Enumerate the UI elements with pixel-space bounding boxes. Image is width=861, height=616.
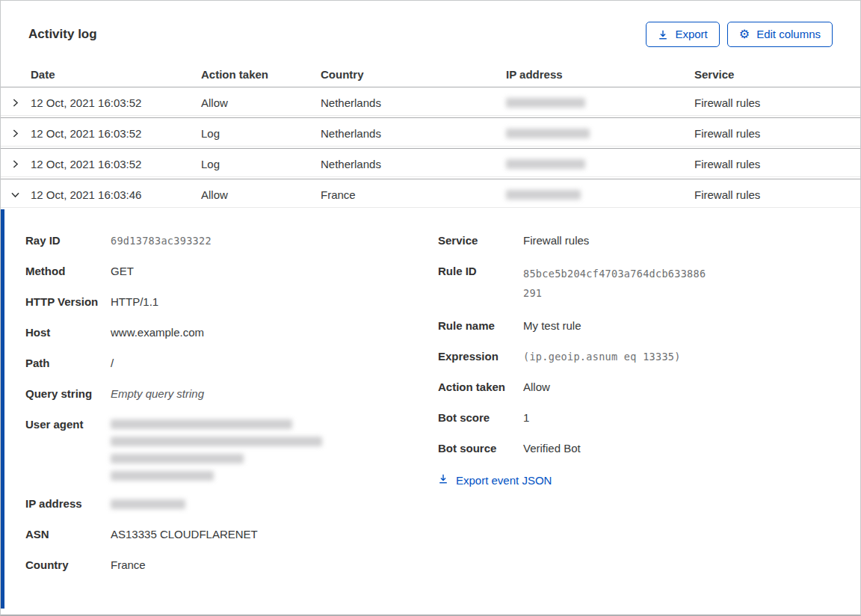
cell-service: Firewall rules (694, 96, 860, 109)
field-bot-score: Bot score 1 (438, 410, 845, 425)
header-actions: Export ⚙ Edit columns (646, 22, 833, 47)
field-country: Country France (25, 558, 413, 573)
cell-country: Netherlands (321, 127, 506, 140)
cell-country: Netherlands (321, 158, 506, 170)
field-user-agent: User agent (25, 417, 413, 481)
activity-log-panel: Activity log Export ⚙ Edit columns Date (0, 0, 861, 616)
download-icon (658, 29, 668, 40)
activity-log-table: Date Action taken Country IP address Ser… (1, 62, 860, 609)
export-event-json-label: Export event JSON (456, 474, 552, 487)
redacted-ip-value (506, 190, 581, 200)
expand-chevron-right-icon[interactable] (7, 95, 23, 111)
cell-date: 12 Oct, 2021 16:03:46 (29, 188, 201, 201)
column-header-ip-address: IP address (506, 68, 694, 81)
detail-right-column: Service Firewall rules Rule ID 85bce5b20… (438, 233, 845, 588)
cell-date: 12 Oct, 2021 16:03:52 (29, 96, 201, 109)
export-event-json-link[interactable]: Export event JSON (438, 473, 552, 487)
export-button[interactable]: Export (646, 22, 719, 47)
table-row[interactable]: 12 Oct, 2021 16:03:52 Log Netherlands Fi… (1, 148, 860, 179)
column-header-service: Service (694, 68, 860, 81)
field-path: Path / (25, 356, 413, 371)
field-expression: Expression (ip.geoip.asnum eq 13335) (438, 349, 845, 364)
table-row[interactable]: 12 Oct, 2021 16:03:52 Allow Netherlands … (1, 87, 860, 118)
redacted-ip-value (506, 98, 585, 108)
field-query-string: Query string Empty query string (25, 386, 413, 401)
cell-service: Firewall rules (694, 127, 860, 140)
page-title: Activity log (28, 27, 97, 42)
cell-action-taken: Allow (201, 188, 321, 201)
cell-service: Firewall rules (694, 188, 860, 201)
cell-action-taken: Log (201, 158, 321, 170)
field-ray-id: Ray ID 69d13783ac393322 (25, 233, 413, 248)
expand-chevron-right-icon[interactable] (7, 126, 23, 141)
cell-service: Firewall rules (694, 158, 860, 170)
field-host: Host www.example.com (25, 325, 413, 340)
field-asn: ASN AS13335 CLOUDFLARENET (25, 527, 413, 542)
redacted-ip-value (111, 499, 185, 509)
edit-columns-button[interactable]: ⚙ Edit columns (727, 22, 833, 47)
field-rule-id: Rule ID 85bce5b204cf4703a764dcb633886291 (438, 264, 845, 303)
table-header-row: Date Action taken Country IP address Ser… (1, 62, 860, 87)
column-header-action-taken: Action taken (201, 68, 321, 81)
table-row-expanded[interactable]: 12 Oct, 2021 16:03:46 Allow France Firew… (1, 179, 860, 210)
redacted-ip-value (506, 129, 590, 138)
cell-action-taken: Log (201, 127, 321, 140)
table-row[interactable]: 12 Oct, 2021 16:03:52 Log Netherlands Fi… (1, 117, 860, 149)
gear-icon: ⚙ (739, 28, 750, 40)
field-http-version: HTTP Version HTTP/1.1 (25, 295, 413, 309)
event-detail-panel: Ray ID 69d13783ac393322 Method GET HTTP … (1, 209, 860, 609)
column-header-country: Country (321, 68, 506, 81)
cell-country: France (321, 188, 506, 201)
edit-columns-button-label: Edit columns (756, 28, 821, 41)
cell-date: 12 Oct, 2021 16:03:52 (29, 127, 201, 140)
export-button-label: Export (675, 28, 707, 41)
redacted-ip-value (506, 159, 585, 169)
field-service: Service Firewall rules (438, 233, 845, 248)
field-method: Method GET (25, 264, 413, 279)
field-rule-name: Rule name My test rule (438, 318, 845, 333)
field-action-taken: Action taken Allow (438, 380, 845, 395)
cell-date: 12 Oct, 2021 16:03:52 (29, 158, 201, 170)
download-icon (438, 473, 448, 487)
detail-left-column: Ray ID 69d13783ac393322 Method GET HTTP … (25, 233, 413, 588)
field-ip-address: IP address (25, 496, 413, 511)
expand-chevron-right-icon[interactable] (7, 156, 23, 172)
cell-country: Netherlands (321, 96, 506, 109)
redacted-user-agent-value (111, 417, 413, 481)
cell-action-taken: Allow (201, 96, 321, 109)
field-bot-source: Bot source Verified Bot (438, 441, 845, 456)
column-header-date: Date (29, 68, 201, 81)
collapse-chevron-down-icon[interactable] (7, 187, 23, 203)
header: Activity log Export ⚙ Edit columns (1, 1, 860, 47)
